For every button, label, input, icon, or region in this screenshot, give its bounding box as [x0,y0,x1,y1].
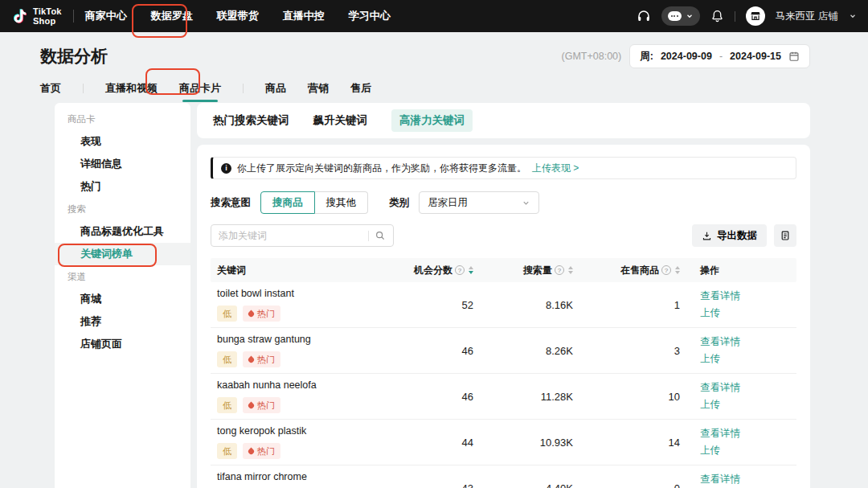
sidebar-item-details[interactable]: 详细信息 [55,153,190,175]
export-data-button[interactable]: 导出数据 [692,224,767,247]
info-icon: i [221,163,231,174]
category-select[interactable]: 居家日用 [419,191,539,214]
chevron-down-icon [686,12,694,20]
notice-text: 你上传了展示定向关键词的新商品，作为奖励，你将获得更多流量。 [237,162,526,175]
logo-wordmark: TikTokShop [33,6,62,26]
intent-option-others[interactable]: 搜其他 [315,191,369,214]
bell-notifications-icon[interactable] [710,9,724,23]
analytics-tab-bar: 首页 直播和视频 商品卡片 商品 营销 售后 [0,68,868,96]
tiktok-shop-logo[interactable]: TikTokShop [11,6,62,26]
upload-link[interactable]: 上传 [700,306,796,320]
date-start: 2024-09-09 [661,51,712,62]
document-list-icon [780,230,791,241]
tab-home[interactable]: 首页 [40,81,61,96]
col-header-action: 操作 [692,264,796,277]
top-nav-bar: TikTokShop 商家中心 数据罗盘 联盟带货 直播中控 学习中心 [0,0,868,32]
sidebar-item-recommend[interactable]: 推荐 [55,310,190,333]
date-range-picker[interactable]: 周: 2024-09-09 - 2024-09-15 [629,44,810,68]
nav-item-seller-center[interactable]: 商家中心 [85,9,127,23]
search-volume-value: 10.93K [483,437,579,449]
date-separator: - [719,51,723,62]
col-header-opportunity-score[interactable]: 机会分数 ? [395,264,483,277]
hot-badge: 热门 [243,351,280,367]
upload-performance-link[interactable]: 上传表现 > [532,162,579,175]
sidebar-item-keyword-ranking[interactable]: 关键词榜单 [55,243,190,265]
view-details-link[interactable]: 查看详情 [700,427,796,441]
chat-bubble-icon [668,11,682,21]
flame-icon [248,355,256,363]
tab-rising-keywords[interactable]: 飙升关键词 [313,113,368,128]
messages-dropdown[interactable] [661,6,700,26]
hot-badge: 热门 [243,443,280,459]
tab-divider [83,84,84,93]
keyword-search-box [211,224,394,247]
view-details-link[interactable]: 查看详情 [700,289,796,303]
view-details-link[interactable]: 查看详情 [700,381,796,395]
report-list-button[interactable] [774,224,796,247]
products-on-sale-value: 14 [579,437,692,449]
store-avatar[interactable] [746,6,765,26]
nav-divider [73,10,74,23]
storefront-icon [750,10,761,22]
sidebar-item-mall[interactable]: 商城 [55,288,190,310]
sidebar-item-shop-page[interactable]: 店铺页面 [55,333,190,355]
search-volume-value: 8.26K [483,345,579,357]
opportunity-score-value: 44 [395,437,483,449]
intent-option-products[interactable]: 搜商品 [260,191,315,214]
upload-link[interactable]: 上传 [700,352,796,366]
nav-item-learning-center[interactable]: 学习中心 [349,9,391,23]
nav-item-affiliate[interactable]: 联盟带货 [217,9,259,23]
upload-link[interactable]: 上传 [700,444,796,457]
opportunity-score-value: 52 [395,299,483,311]
nav-item-live-console[interactable]: 直播中控 [283,9,325,23]
help-icon[interactable]: ? [661,265,671,275]
table-header-row: 关键词 机会分数 ? 搜索量 ? 在售商品 ? 操作 [211,258,796,282]
tab-after-sales[interactable]: 售后 [350,81,371,96]
hot-badge: 热门 [243,306,280,322]
tab-live-video[interactable]: 直播和视频 [105,81,158,96]
chevron-down-icon [522,199,530,207]
help-icon[interactable]: ? [455,265,465,275]
table-row: kaabah nunha neelofa 低 热门 46 11.28K 10 查… [211,374,796,420]
tab-hot-search-keywords[interactable]: 热门搜索关键词 [213,113,289,128]
flame-icon [248,310,256,318]
help-icon[interactable]: ? [555,265,564,275]
tab-divider [243,84,244,93]
tab-product[interactable]: 商品 [265,81,286,96]
flame-icon [248,401,256,409]
sidebar-section-search: 搜索 [55,198,190,220]
col-header-keyword: 关键词 [211,264,395,277]
keyword-search-input[interactable] [219,230,368,241]
products-on-sale-value: 1 [579,299,692,311]
sort-control[interactable] [675,266,680,274]
sidebar-item-trending[interactable]: 热门 [55,175,190,198]
opportunity-score-value: 43 [395,482,483,488]
search-icon[interactable] [375,230,386,241]
top-divider [735,11,735,22]
search-volume-value: 4.40K [483,482,579,488]
upload-link[interactable]: 上传 [700,398,796,412]
calendar-icon [788,51,800,62]
nav-item-data-compass[interactable]: 数据罗盘 [151,9,193,23]
col-header-products-on-sale[interactable]: 在售商品 ? [579,264,692,277]
store-chevron-down-icon[interactable] [849,12,857,20]
competition-low-badge: 低 [217,306,237,322]
category-selected-value: 居家日用 [428,196,468,210]
sort-control[interactable] [568,266,573,274]
tab-high-potential-keywords[interactable]: 高潜力关键词 [391,109,473,132]
table-row: toilet bowl instant 低 热门 52 8.16K 1 查看详情… [211,282,796,328]
sidebar-item-performance[interactable]: 表现 [55,130,190,153]
view-details-link[interactable]: 查看详情 [700,335,796,349]
col-header-search-volume[interactable]: 搜索量 ? [483,264,579,277]
keyword-text: tong keropok plastik [217,425,395,437]
keyword-text: tifana mirror chrome [217,471,395,482]
competition-low-badge: 低 [217,397,237,413]
tab-product-card[interactable]: 商品卡片 [179,81,221,96]
sort-control[interactable] [469,266,473,274]
store-name-label[interactable]: 马来西亚 店铺 [776,10,838,23]
view-details-link[interactable]: 查看详情 [700,473,796,486]
tab-marketing[interactable]: 营销 [308,81,329,96]
table-row: tifana mirror chrome 低 热门 43 4.40K 0 查看详… [211,465,796,488]
headset-support-icon[interactable] [637,9,651,23]
sidebar-item-title-optimizer[interactable]: 商品标题优化工具 [55,220,190,243]
